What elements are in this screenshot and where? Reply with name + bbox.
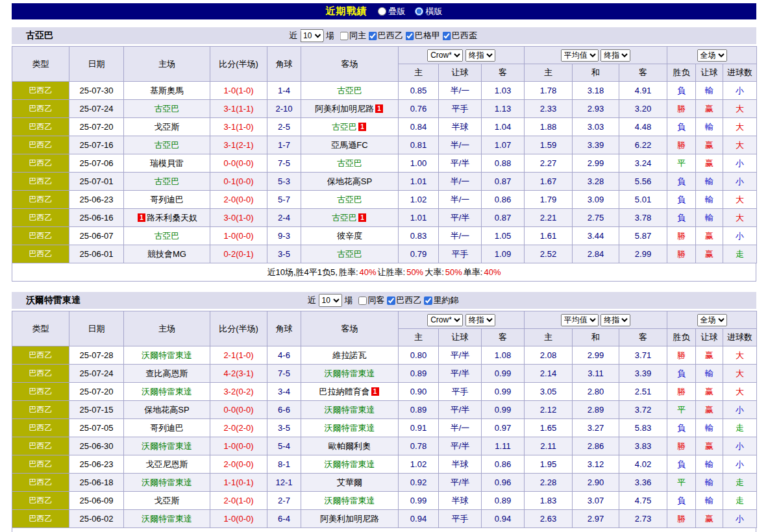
away-team[interactable]: 保地花高SP: [301, 173, 399, 191]
away-team[interactable]: 維拉諾瓦: [301, 346, 399, 365]
filter-checkbox-rio-league[interactable]: [424, 296, 432, 305]
away-team[interactable]: 古亞巴: [301, 245, 399, 263]
away-team[interactable]: 阿美利加明尼路: [301, 510, 399, 528]
filter-serie-b[interactable]: 巴西乙: [368, 30, 403, 42]
home-team[interactable]: 哥列迪巴: [124, 419, 210, 437]
euro-odds-away: 4.91: [619, 82, 667, 100]
team-name: 哥列迪巴: [150, 423, 184, 433]
home-team[interactable]: 1路禾利桑天奴: [124, 209, 210, 227]
home-team[interactable]: 古亞巴: [124, 227, 210, 245]
away-team[interactable]: 古亞巴: [301, 191, 399, 209]
euro-odds-home: 1.95: [525, 455, 573, 474]
asian-odds-source-select[interactable]: Crow*: [427, 314, 463, 326]
away-team[interactable]: 古亞巴: [301, 82, 399, 100]
euro-odds-draw: 2.90: [573, 474, 619, 492]
home-team[interactable]: 古亞巴: [124, 136, 210, 154]
filter-checkbox-serie-b[interactable]: [368, 32, 377, 40]
home-team[interactable]: 沃爾特雷東達: [124, 437, 210, 455]
away-team[interactable]: 沃爾特雷東達: [301, 492, 399, 510]
col-result-goals: 进球数: [723, 329, 757, 346]
result-handicap: 赢: [696, 437, 723, 455]
euro-odds-away: 4.48: [619, 118, 667, 136]
asian-handicap: 半/一: [439, 173, 482, 191]
away-team[interactable]: 古亞巴1: [301, 209, 399, 227]
euro-odds-away: 3.36: [619, 474, 667, 492]
filter-rio-league[interactable]: 里約錦: [424, 295, 459, 306]
team-name: 阿美利加明尼路: [320, 514, 379, 524]
away-team[interactable]: 沃爾特雷東達: [301, 365, 399, 383]
home-team[interactable]: 哥列迪巴: [124, 191, 210, 209]
away-team[interactable]: 彼辛度: [301, 227, 399, 245]
euro-odds-source-select[interactable]: 平均值: [561, 314, 599, 326]
col-euro-home: 主: [525, 329, 573, 346]
asian-odds-away: 0.88: [482, 154, 525, 173]
filter-brazil-cup[interactable]: 巴西盃: [442, 30, 477, 42]
asian-odds-source-select[interactable]: Crow*: [427, 49, 463, 62]
home-team[interactable]: 沃爾特雷東達: [124, 474, 210, 492]
home-team[interactable]: 查比高恩斯: [124, 365, 210, 383]
filter-checkbox-same-away[interactable]: [358, 296, 367, 305]
layout-radio-stack[interactable]: [378, 7, 386, 16]
col-corner: 角球: [267, 311, 301, 346]
home-team[interactable]: 沃爾特雷東達: [124, 346, 210, 365]
layout-option-horizontal[interactable]: 橫版: [415, 6, 443, 18]
match-row: 巴西乙25-06-01競技會MG0-2(0-1)3-5古亞巴0.79平手1.09…: [12, 245, 757, 263]
home-team[interactable]: 戈亞尼恩斯: [124, 455, 210, 474]
euro-odds-draw: 2.99: [573, 154, 619, 173]
result-scope-select[interactable]: 全场: [697, 314, 727, 326]
team-name: 保地花高SP: [327, 176, 372, 186]
recent-count-select[interactable]: 10: [300, 29, 323, 42]
filter-state-league[interactable]: 巴格甲: [405, 30, 440, 42]
league-badge: 巴西乙: [12, 455, 69, 474]
away-team[interactable]: 沃爾特雷東達: [301, 455, 399, 474]
home-team[interactable]: 保地花高SP: [124, 401, 210, 419]
match-date: 25-07-28: [69, 346, 124, 365]
home-team[interactable]: 沃爾特雷東達: [124, 383, 210, 401]
result-handicap: 輸: [696, 455, 723, 474]
home-team[interactable]: 競技會MG: [124, 245, 210, 263]
layout-radio-horizontal[interactable]: [415, 7, 423, 16]
euro-odds-home: 1.59: [525, 136, 573, 154]
asian-odds-stage-select[interactable]: 终指: [465, 314, 495, 326]
match-date: 25-07-06: [69, 154, 124, 173]
col-result-wdl: 胜负: [667, 64, 696, 82]
team-name: 瑞模貝雷: [150, 158, 184, 168]
home-team[interactable]: 古亞巴: [124, 100, 210, 118]
away-team[interactable]: 沃爾特雷東達: [301, 401, 399, 419]
home-team[interactable]: 古亞巴: [124, 173, 210, 191]
euro-odds-stage-select[interactable]: 终指: [601, 49, 630, 62]
layout-option-stack[interactable]: 疊版: [378, 6, 406, 18]
euro-odds-draw: 3.27: [573, 419, 619, 437]
euro-odds-home: 2.27: [525, 154, 573, 173]
filter-same-away[interactable]: 同客: [358, 295, 385, 306]
euro-odds-away: 4.75: [619, 492, 667, 510]
home-team[interactable]: 基斯奧馬: [124, 82, 210, 100]
filter-checkbox-serie-b[interactable]: [387, 296, 395, 305]
recent-count-select[interactable]: 10: [319, 294, 342, 307]
away-team[interactable]: 古亞巴1: [301, 118, 399, 136]
filter-checkbox-same-home[interactable]: [340, 32, 348, 40]
home-team[interactable]: 戈亞斯: [124, 118, 210, 136]
away-team[interactable]: 阿美利加明尼路1: [301, 100, 399, 118]
away-team[interactable]: 沃爾特雷東達: [301, 419, 399, 437]
home-team[interactable]: 沃爾特雷東達: [124, 510, 210, 528]
asian-odds-stage-select[interactable]: 终指: [465, 49, 495, 62]
home-team[interactable]: 戈亞斯: [124, 492, 210, 510]
filter-checkbox-brazil-cup[interactable]: [442, 32, 451, 40]
result-scope-select[interactable]: 全场: [697, 49, 727, 62]
away-team[interactable]: 巴拉納體育會1: [301, 383, 399, 401]
away-team[interactable]: 艾華爾: [301, 474, 399, 492]
euro-odds-stage-select[interactable]: 终指: [601, 314, 630, 326]
filter-checkbox-state-league[interactable]: [405, 32, 414, 40]
col-result-wdl: 胜负: [667, 329, 696, 346]
filter-serie-b[interactable]: 巴西乙: [387, 295, 422, 306]
match-score: 1-0(0-0): [210, 227, 267, 245]
away-team[interactable]: 古亞巴: [301, 154, 399, 173]
corner-score: 6-4: [267, 510, 301, 528]
away-team[interactable]: 歐帕爾利奧: [301, 437, 399, 455]
euro-odds-source-select[interactable]: 平均值: [561, 49, 599, 62]
away-team[interactable]: 亞馬遜FC: [301, 136, 399, 154]
filter-same-home[interactable]: 同主: [340, 30, 366, 42]
home-team[interactable]: 瑞模貝雷: [124, 154, 210, 173]
team-name: 戈亞斯: [155, 122, 180, 132]
